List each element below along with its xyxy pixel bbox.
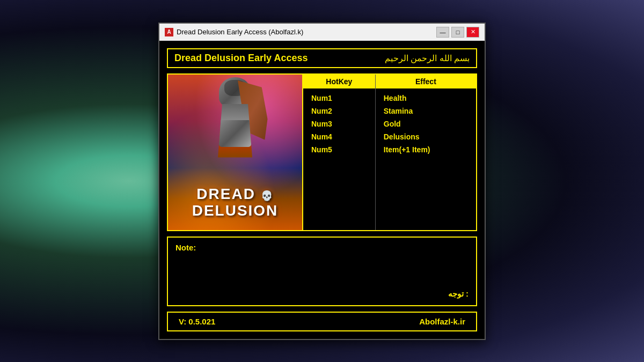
website-text: Abolfazl-k.ir bbox=[419, 317, 465, 326]
title-bar: A Dread Delusion Early Access (Abolfazl.… bbox=[159, 24, 485, 41]
hotkey-num5: Num5 bbox=[311, 145, 367, 154]
maximize-button[interactable]: □ bbox=[451, 27, 464, 38]
window-title: Dread Delusion Early Access (Abolfazl.k) bbox=[177, 28, 303, 36]
window-body: Dread Delusion Early Access بسم الله الر… bbox=[159, 41, 485, 339]
effect-health: Health bbox=[384, 94, 468, 102]
main-window: A Dread Delusion Early Access (Abolfazl.… bbox=[158, 23, 486, 340]
main-content: DREAD 💀 DELUSION HotKey Num1 Num2 Num3 N… bbox=[167, 73, 477, 231]
effect-column: Effect Health Stamina Gold Delusions Ite… bbox=[376, 75, 476, 230]
hotkey-panel: HotKey Num1 Num2 Num3 Num4 Num5 Effect H… bbox=[302, 75, 476, 230]
logo-line2: DELUSION bbox=[192, 203, 279, 219]
game-logo: DREAD 💀 DELUSION bbox=[192, 186, 279, 219]
note-section: Note: : توجه bbox=[167, 237, 477, 306]
hotkey-num1: Num1 bbox=[311, 94, 367, 102]
helmet bbox=[219, 77, 251, 107]
effect-item: Item(+1 Item) bbox=[384, 145, 468, 154]
footer-bar: V: 0.5.021 Abolfazl-k.ir bbox=[167, 312, 477, 331]
hotkey-header: HotKey bbox=[303, 75, 375, 88]
title-bar-left: A Dread Delusion Early Access (Abolfazl.… bbox=[165, 28, 303, 36]
effect-header: Effect bbox=[376, 75, 476, 88]
note-label: Note: bbox=[175, 243, 469, 252]
hotkey-num2: Num2 bbox=[311, 107, 367, 115]
close-button[interactable]: ✕ bbox=[466, 27, 479, 38]
game-title: Dread Delusion Early Access bbox=[174, 53, 308, 64]
hotkey-items: Num1 Num2 Num3 Num4 Num5 bbox=[303, 88, 375, 159]
title-controls: — □ ✕ bbox=[436, 27, 479, 38]
game-image: DREAD 💀 DELUSION bbox=[168, 75, 302, 230]
minimize-button[interactable]: — bbox=[436, 27, 449, 38]
version-text: V: 0.5.021 bbox=[179, 317, 215, 326]
hotkey-num4: Num4 bbox=[311, 132, 367, 141]
top-banner: Dread Delusion Early Access بسم الله الر… bbox=[167, 48, 477, 68]
skull-icon: 💀 bbox=[261, 190, 274, 201]
note-arabic: : توجه bbox=[448, 289, 469, 299]
effect-gold: Gold bbox=[384, 120, 468, 128]
arabic-header: بسم الله الرحمن الرحيم bbox=[385, 53, 470, 63]
hotkey-column: HotKey Num1 Num2 Num3 Num4 Num5 bbox=[303, 75, 376, 230]
effect-delusions: Delusions bbox=[384, 132, 468, 141]
app-icon: A bbox=[165, 28, 173, 36]
hotkey-num3: Num3 bbox=[311, 120, 367, 128]
effect-items: Health Stamina Gold Delusions Item(+1 It… bbox=[376, 88, 476, 159]
effect-stamina: Stamina bbox=[384, 107, 468, 115]
warrior-figure bbox=[192, 77, 278, 184]
logo-line1: DREAD 💀 bbox=[192, 186, 279, 203]
